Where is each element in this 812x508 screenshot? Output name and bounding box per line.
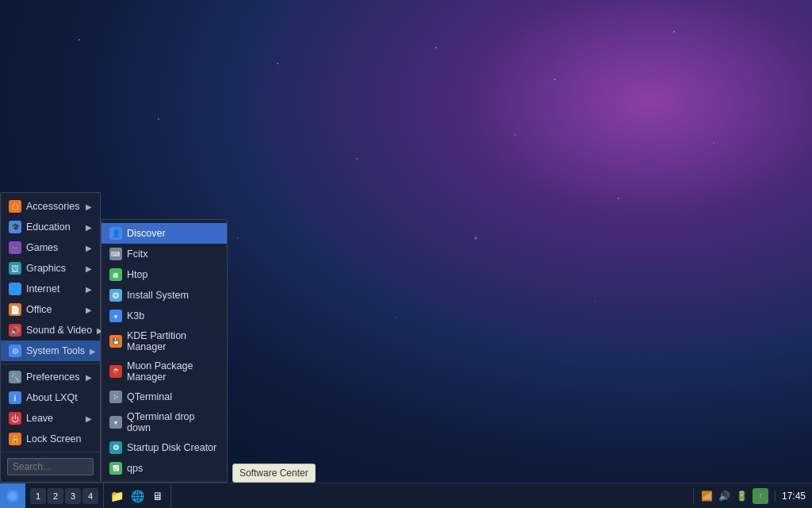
submenu-arrow: ▶ [86,223,92,232]
submenu-item-kde-partition[interactable]: 💾 KDE Partition Manager [102,326,227,356]
start-icon [6,489,20,503]
desktop-4[interactable]: 4 [82,488,98,504]
submenu-item-fcitx[interactable]: ⌨ Fcitx [102,244,227,264]
system-tools-icon: ⚙ [9,344,21,357]
submenu-arrow: ▶ [86,244,92,252]
submenu-arrow: ▶ [86,306,92,314]
qterminal-dd-icon: ▼ [109,416,122,429]
menu-item-internet[interactable]: 🌐 Internet ▶ [1,279,100,299]
menu-separator [1,364,100,364]
submenu-item-install-system[interactable]: 💿 Install System [102,285,227,306]
submenu-item-qterminal[interactable]: ▷ QTerminal [102,387,227,407]
submenu-arrow: ▶ [86,285,92,294]
muon-icon: 📦 [109,365,122,378]
qps-icon: 📈 [109,462,122,475]
menu-item-leave[interactable]: ⏻ Leave ▶ [1,408,100,429]
menu-item-system-tools[interactable]: ⚙ System Tools ▶ [1,341,100,361]
menu-item-education[interactable]: 🎓 Education ▶ [1,217,100,237]
submenu-item-startup-disk[interactable]: 💿 Startup Disk Creator [102,437,227,458]
submenu-item-muon[interactable]: 📦 Muon Package Manager [102,356,227,387]
office-icon: 📄 [9,303,21,316]
file-manager-btn[interactable]: 📁 [107,487,126,506]
menu-item-lock-screen[interactable]: 🔒 Lock Screen [1,429,100,449]
submenu-item-qterminal-dd[interactable]: ▼ QTerminal drop down [102,407,227,437]
desktop-switcher: 1 2 3 4 [25,483,104,509]
fcitx-icon: ⌨ [109,248,122,260]
leave-icon: ⏻ [9,412,21,425]
k3b-icon: ● [109,310,122,322]
submenu-arrow: ▶ [86,202,92,211]
education-icon: 🎓 [9,221,21,233]
taskbar-clock[interactable]: 17:45 [775,491,812,502]
menu-item-preferences[interactable]: 🔧 Preferences ▶ [1,367,100,387]
htop-icon: ▦ [109,268,122,281]
startup-disk-icon: 💿 [109,441,122,454]
software-center-tooltip: Software Center [232,464,316,483]
menu-separator-2 [1,452,100,452]
accessories-icon: ⬡ [9,200,21,213]
volume-tray-icon[interactable]: 🔊 [718,489,732,503]
browser-btn[interactable]: 🌐 [128,487,147,506]
about-lxqt-icon: ℹ [9,391,21,404]
submenu-item-qps[interactable]: 📈 qps [102,458,227,479]
submenu-arrow: ▶ [86,264,92,273]
start-button[interactable] [0,483,25,509]
desktop-1[interactable]: 1 [30,488,46,504]
internet-icon: 🌐 [9,283,21,295]
battery-tray-icon[interactable]: 🔋 [735,489,749,503]
menu-item-about-lxqt[interactable]: ℹ About LXQt [1,387,100,408]
submenu-item-k3b[interactable]: ● K3b [102,306,227,326]
taskbar-quicklaunch: 📁 🌐 🖥 [104,483,171,509]
system-tray: 📶 🔊 🔋 ↑ [693,488,775,504]
menu-item-accessories[interactable]: ⬡ Accessories ▶ [1,196,100,217]
graphics-icon: 🖼 [9,262,21,275]
discover-icon: 👤 [109,227,122,240]
desktop: ⬡ Accessories ▶ 🎓 Education ▶ 🎮 Games ▶ … [0,0,812,508]
games-icon: 🎮 [9,241,21,254]
menu-search-input[interactable] [7,458,94,475]
kde-partition-icon: 💾 [109,335,122,348]
submenu-item-htop[interactable]: ▦ Htop [102,264,227,285]
submenu-item-discover[interactable]: 👤 Discover [102,223,227,244]
submenu-arrow: ▶ [86,373,92,382]
app-menu: ⬡ Accessories ▶ 🎓 Education ▶ 🎮 Games ▶ … [0,192,101,483]
menu-item-graphics[interactable]: 🖼 Graphics ▶ [1,258,100,279]
desktop-3[interactable]: 3 [65,488,81,504]
terminal-btn[interactable]: 🖥 [148,487,167,506]
sound-video-icon: 🔊 [9,324,21,337]
preferences-icon: 🔧 [9,371,21,383]
install-system-icon: 💿 [109,289,122,302]
menu-item-sound-video[interactable]: 🔊 Sound & Video ▶ [1,320,100,341]
submenu-arrow: ▶ [90,347,96,356]
lock-screen-icon: 🔒 [9,433,21,445]
updates-tray-icon[interactable]: ↑ [753,488,768,504]
system-tools-submenu: 👤 Discover ⌨ Fcitx ▦ Htop 💿 Install Syst… [101,219,228,483]
menu-item-office[interactable]: 📄 Office ▶ [1,299,100,320]
submenu-arrow: ▶ [86,414,92,423]
desktop-2[interactable]: 2 [48,488,63,504]
qterminal-icon: ▷ [109,391,122,403]
network-tray-icon[interactable]: 📶 [700,489,714,503]
menu-item-games[interactable]: 🎮 Games ▶ [1,237,100,258]
taskbar: 1 2 3 4 📁 🌐 🖥 📶 🔊 🔋 ↑ 17:45 [0,483,812,508]
